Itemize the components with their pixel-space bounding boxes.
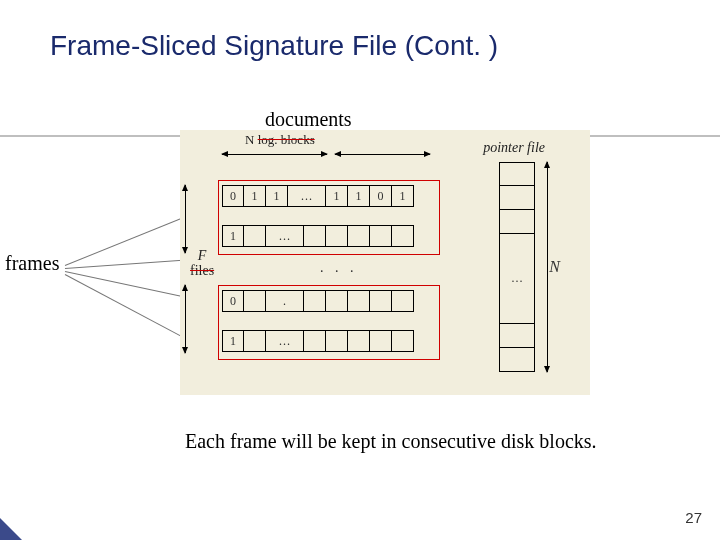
bit-cell: 1: [244, 185, 266, 207]
pointer-cell-ellipsis: …: [499, 234, 535, 324]
bit-cell: [304, 330, 326, 352]
bit-cell: 1: [326, 185, 348, 207]
documents-label: documents: [265, 108, 352, 131]
bit-cell-ellipsis: …: [266, 225, 304, 247]
bit-cell: 0: [222, 290, 244, 312]
bit-cell: [244, 290, 266, 312]
f-letter: F: [198, 248, 207, 263]
pointer-file-height-arrow: [547, 162, 548, 372]
bit-cell: 1: [222, 225, 244, 247]
frame-row-4: 1 …: [222, 330, 414, 352]
bit-cell: 1: [348, 185, 370, 207]
n-label-prefix: N: [245, 132, 258, 147]
bit-cell: [392, 225, 414, 247]
bit-cell: [370, 330, 392, 352]
frames-label: frames: [5, 252, 59, 275]
bit-cell-ellipsis: …: [266, 330, 304, 352]
bit-cell: [244, 225, 266, 247]
group-gap-dots: . . .: [320, 260, 358, 276]
bit-cell-ellipsis: .: [266, 290, 304, 312]
bit-cell: 1: [222, 330, 244, 352]
bit-cell: [326, 290, 348, 312]
bit-cell: [244, 330, 266, 352]
pointer-cell: [499, 348, 535, 372]
n-label: N: [549, 258, 560, 276]
bit-cell: [370, 290, 392, 312]
page-number: 27: [685, 509, 702, 526]
pointer-cell: [499, 210, 535, 234]
bit-cell: 0: [370, 185, 392, 207]
n-log-strike: log. blocks: [258, 132, 315, 147]
files-strike: files: [190, 263, 214, 278]
bit-cell: [392, 290, 414, 312]
bit-cell: [326, 330, 348, 352]
bit-cell: [370, 225, 392, 247]
n-log-blocks-label: N log. blocks: [245, 132, 315, 148]
frame-row-2: 1 …: [222, 225, 414, 247]
pointer-file: …: [499, 162, 535, 372]
width-arrow-left: [222, 154, 327, 155]
frame-row-3: 0 .: [222, 290, 414, 312]
bit-cell: [326, 225, 348, 247]
pointer-cell: [499, 162, 535, 186]
bit-cell: [304, 290, 326, 312]
pointer-cell: [499, 324, 535, 348]
bit-cell: [348, 290, 370, 312]
bit-cell: [304, 225, 326, 247]
bit-cell: 0: [222, 185, 244, 207]
f-files-label: F files: [190, 248, 214, 279]
pointer-file-label: pointer file: [483, 140, 545, 156]
slide-title: Frame-Sliced Signature File (Cont. ): [50, 30, 498, 62]
frame-row-1: 0 1 1 … 1 1 0 1: [222, 185, 414, 207]
width-arrow-right: [335, 154, 430, 155]
bit-cell: [348, 225, 370, 247]
bit-cell: [348, 330, 370, 352]
height-arrow-group2: [185, 285, 186, 353]
bit-cell-ellipsis: …: [288, 185, 326, 207]
diagram: N log. blocks F files 0 1 1 … 1 1 0 1 1 …: [180, 130, 590, 395]
slide: Frame-Sliced Signature File (Cont. ) doc…: [0, 0, 720, 540]
corner-notch-icon: [0, 518, 22, 540]
height-arrow-group1: [185, 185, 186, 253]
pointer-cell: [499, 186, 535, 210]
bit-cell: [392, 330, 414, 352]
caption-text: Each frame will be kept in consecutive d…: [185, 430, 597, 453]
bit-cell: 1: [392, 185, 414, 207]
bit-cell: 1: [266, 185, 288, 207]
